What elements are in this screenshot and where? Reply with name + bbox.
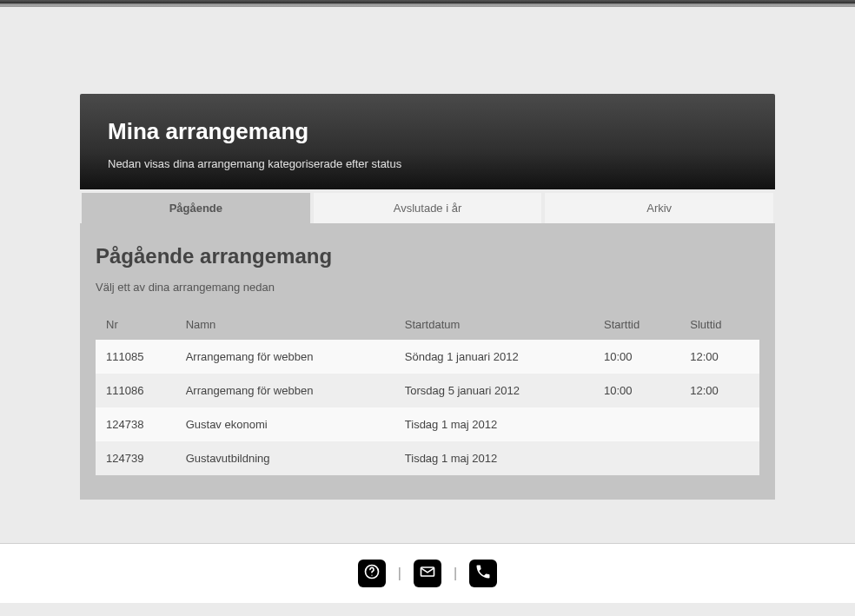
cell-sluttid: 12:00 xyxy=(679,340,759,374)
cell-starttid xyxy=(593,441,679,475)
section-title: Pågående arrangemang xyxy=(96,244,759,268)
cell-starttid: 10:00 xyxy=(593,374,679,407)
col-header-nr: Nr xyxy=(96,309,176,340)
cell-nr: 111086 xyxy=(96,374,176,407)
header-banner: Mina arrangemang Nedan visas dina arrang… xyxy=(80,94,775,189)
table-row[interactable]: 111086 Arrangemang för webben Torsdag 5 … xyxy=(96,374,759,407)
cell-namn: Gustavutbildning xyxy=(176,441,394,475)
table-header-row: Nr Namn Startdatum Starttid Sluttid xyxy=(96,309,759,340)
cell-nr: 111085 xyxy=(96,340,176,374)
content-container: Mina arrangemang Nedan visas dina arrang… xyxy=(80,7,775,500)
tab-bar: Pågående Avslutade i år Arkiv xyxy=(80,189,775,223)
tab-label: Pågående xyxy=(169,202,222,215)
mail-button[interactable] xyxy=(414,560,441,587)
phone-icon xyxy=(474,563,492,584)
col-header-sluttid: Sluttid xyxy=(679,309,759,340)
mail-icon xyxy=(419,563,436,584)
section-subtitle: Välj ett av dina arrangemang nedan xyxy=(96,281,759,294)
col-header-namn: Namn xyxy=(176,309,394,340)
cell-sluttid xyxy=(679,407,759,441)
cell-nr: 124739 xyxy=(96,441,176,475)
page: Mina arrangemang Nedan visas dina arrang… xyxy=(0,7,855,603)
cell-startdatum: Tisdag 1 maj 2012 xyxy=(394,441,593,475)
cell-starttid xyxy=(593,407,679,441)
cell-starttid: 10:00 xyxy=(593,340,679,374)
tab-ongoing[interactable]: Pågående xyxy=(82,193,310,223)
cell-namn: Arrangemang för webben xyxy=(176,374,394,407)
phone-button[interactable] xyxy=(469,560,497,587)
cell-nr: 124738 xyxy=(96,407,176,441)
footer-divider: | xyxy=(398,566,401,581)
footer: | | xyxy=(0,544,855,603)
top-divider xyxy=(0,0,855,7)
svg-point-1 xyxy=(371,575,372,576)
cell-startdatum: Söndag 1 januari 2012 xyxy=(394,340,593,374)
table-row[interactable]: 124738 Gustav ekonomi Tisdag 1 maj 2012 xyxy=(96,407,759,441)
arrangement-table: Nr Namn Startdatum Starttid Sluttid 1110… xyxy=(96,309,759,475)
table-row[interactable]: 124739 Gustavutbildning Tisdag 1 maj 201… xyxy=(96,441,759,475)
tab-label: Avslutade i år xyxy=(394,202,462,215)
cell-sluttid: 12:00 xyxy=(679,374,759,407)
tab-archive[interactable]: Arkiv xyxy=(545,193,773,223)
help-icon xyxy=(363,563,381,584)
cell-sluttid xyxy=(679,441,759,475)
footer-divider: | xyxy=(454,566,457,581)
cell-namn: Gustav ekonomi xyxy=(176,407,394,441)
content-block: Pågående Avslutade i år Arkiv Pågående a… xyxy=(80,189,775,500)
col-header-startdatum: Startdatum xyxy=(394,309,593,340)
cell-startdatum: Torsdag 5 januari 2012 xyxy=(394,374,593,407)
tab-label: Arkiv xyxy=(646,202,672,215)
help-button[interactable] xyxy=(358,560,386,587)
page-subtitle: Nedan visas dina arrangemang kategoriser… xyxy=(108,157,747,170)
tab-completed-this-year[interactable]: Avslutade i år xyxy=(314,193,542,223)
cell-startdatum: Tisdag 1 maj 2012 xyxy=(394,407,593,441)
cell-namn: Arrangemang för webben xyxy=(176,340,394,374)
tab-content: Pågående arrangemang Välj ett av dina ar… xyxy=(80,223,775,500)
col-header-starttid: Starttid xyxy=(593,309,679,340)
table-row[interactable]: 111085 Arrangemang för webben Söndag 1 j… xyxy=(96,340,759,374)
page-title: Mina arrangemang xyxy=(108,118,747,145)
